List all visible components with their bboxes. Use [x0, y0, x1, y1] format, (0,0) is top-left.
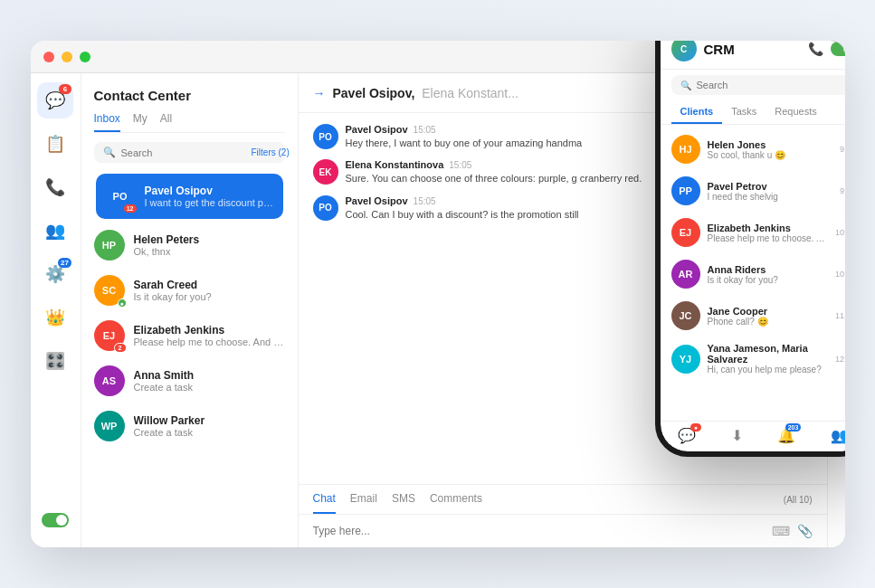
- tab-comments[interactable]: Comments: [430, 485, 482, 514]
- chat-input-area: ⌨ 📎: [299, 515, 827, 547]
- contact-item-willow-parker[interactable]: WP Willow Parker Create a task: [81, 403, 298, 449]
- phone-contact-jane-cooper[interactable]: JC Jane Cooper Phone call? 😊 11:07: [661, 295, 845, 337]
- contact-info-anna-smith: Anna Smith Create a task: [134, 369, 285, 393]
- phone-contact-info-helen-jones: Helen Jones So cool, thank u 😊: [708, 139, 832, 160]
- contact-info-elizabeth-jenkins: Elizabeth Jenkins Please help me to choo…: [134, 324, 285, 347]
- phone-avatar-helen-jones: HJ: [671, 135, 700, 164]
- phone-contact-time: 9:42: [840, 186, 845, 195]
- chat-arrow-icon: →: [313, 86, 326, 100]
- sidebar-item-chat[interactable]: 💬 6: [37, 82, 73, 119]
- sidebar-item-tasks[interactable]: 📋: [37, 126, 73, 162]
- sidebar-item-filters[interactable]: 🎛️: [37, 343, 73, 379]
- msg-time-2: 15:05: [449, 160, 471, 170]
- traffic-light-green[interactable]: [80, 52, 90, 62]
- contact-preview: Create a task: [134, 427, 285, 438]
- search-input[interactable]: [121, 147, 246, 158]
- phone-nav-notifications[interactable]: 🔔 203: [777, 427, 795, 444]
- chat-tab-count: (All 10): [784, 495, 813, 505]
- phone-contact-yana-jameson[interactable]: YJ Yana Jameson, Maria Salvarez Hi, can …: [661, 337, 845, 381]
- chat-contact-name1: Pavel Osipov,: [333, 86, 415, 100]
- phone-app-header: C CRM 📞: [661, 41, 845, 70]
- sidebar-item-crown[interactable]: 👑: [37, 299, 73, 336]
- msg-sender-2: Elena Konstantinova: [346, 159, 444, 170]
- msg-time-1: 15:05: [414, 125, 436, 135]
- contact-item-elizabeth-jenkins[interactable]: EJ 2 Elizabeth Jenkins Please help me to…: [81, 313, 298, 358]
- phone-bottom-nav: 💬 ● ⬇ 🔔 203 👥: [661, 421, 845, 451]
- badge-2: 2: [114, 343, 127, 353]
- phone-contact-pavel-petrov[interactable]: PP Pavel Petrov I need the shelvig 9:42: [661, 170, 845, 212]
- phone-contact-info-yana-jameson: Yana Jameson, Maria Salvarez Hi, can you…: [708, 343, 828, 375]
- tab-chat[interactable]: Chat: [313, 485, 336, 514]
- sidebar-item-calls[interactable]: 📞: [37, 169, 73, 205]
- phone-app-title: CRM: [704, 42, 808, 57]
- phone-nav-chat[interactable]: 💬 ●: [678, 427, 696, 444]
- sidebar-status-toggle[interactable]: [37, 502, 73, 538]
- chat-footer-tabs: Chat Email SMS Comments (All 10): [299, 485, 827, 515]
- contact-name: Elizabeth Jenkins: [134, 324, 285, 337]
- phone-contact-preview: Hi, can you help me please?: [708, 365, 828, 375]
- phone-contact-info-anna-riders: Anna Riders Is it okay for you?: [708, 264, 828, 285]
- contact-item-sarah-creed[interactable]: SC ● Sarah Creed Is it okay for you?: [81, 268, 298, 313]
- phone-tabs: Clients Tasks Requests: [661, 100, 845, 125]
- tab-sms[interactable]: SMS: [392, 485, 415, 514]
- translate-icon[interactable]: ⌨: [772, 524, 790, 538]
- contact-preview: I want to get the discount price. When d…: [145, 197, 274, 208]
- avatar-anna-smith: AS: [94, 365, 125, 396]
- phone-avatar-jane-cooper: JC: [671, 301, 700, 330]
- filters-button[interactable]: Filters (2): [252, 147, 290, 157]
- phone-contact-name: Helen Jones: [708, 139, 832, 150]
- msg-avatar-2: EK: [313, 159, 338, 185]
- browser-window: 💬 6 📋 📞 👥 ⚙️ 27 👑 🎛️: [31, 41, 845, 547]
- phone-contact-name: Elizabeth Jenkins: [708, 223, 828, 233]
- phone-avatar-yana-jameson: YJ: [671, 345, 700, 374]
- avatar-helen-peters: HP: [94, 230, 125, 261]
- phone-contact-preview: I need the shelvig: [708, 192, 832, 202]
- contact-search-box: 🔍 Filters (2): [94, 142, 285, 163]
- chat-input[interactable]: [313, 525, 765, 537]
- phone-avatar-elizabeth-jenkins: EJ: [671, 218, 700, 247]
- traffic-light-yellow[interactable]: [62, 52, 72, 62]
- tab-email[interactable]: Email: [350, 485, 377, 514]
- inbox-nav-icon: ⬇: [731, 427, 743, 444]
- phone-search-input[interactable]: [697, 80, 845, 90]
- phone-tab-clients[interactable]: Clients: [671, 100, 723, 124]
- traffic-light-red[interactable]: [43, 52, 54, 62]
- people-nav-icon: 👥: [831, 427, 844, 444]
- contact-preview: Please help me to choose. And do you del…: [134, 337, 285, 347]
- phone-contact-name: Jane Cooper: [708, 306, 828, 317]
- avatar-willow-parker: WP: [94, 411, 125, 441]
- phone-contact-info-pavel-petrov: Pavel Petrov I need the shelvig: [708, 181, 832, 202]
- tab-all[interactable]: All: [160, 112, 172, 132]
- contact-item-pavel-osipov[interactable]: PO 12 Pavel Osipov I want to get the dis…: [96, 174, 283, 219]
- contact-panel-header: Contact Center Inbox My All 🔍 Filters (2…: [81, 73, 298, 170]
- phone-contact-name: Pavel Petrov: [708, 181, 832, 192]
- phone-nav-contacts[interactable]: 👥: [831, 427, 844, 444]
- phone-avatar-anna-riders: AR: [671, 260, 700, 289]
- sidebar-item-settings[interactable]: ⚙️ 27: [37, 256, 73, 292]
- phone-search: 🔍: [671, 75, 845, 95]
- phone-tab-tasks[interactable]: Tasks: [722, 100, 766, 124]
- phone-contact-helen-jones[interactable]: HJ Helen Jones So cool, thank u 😊 9:41: [661, 128, 845, 170]
- phone-contact-elizabeth-jenkins[interactable]: EJ Elizabeth Jenkins Please help me to c…: [661, 212, 845, 253]
- contact-preview: Is it okay for you?: [134, 291, 285, 302]
- phone-contact-time: 10:15: [835, 228, 845, 237]
- chat-badge: 6: [59, 84, 71, 94]
- tab-my[interactable]: My: [133, 112, 147, 132]
- msg-sender-1: Pavel Osipov: [346, 124, 408, 135]
- phone-toggle[interactable]: [831, 42, 845, 56]
- phone-nav-inbox[interactable]: ⬇: [731, 427, 743, 444]
- tab-inbox[interactable]: Inbox: [94, 112, 120, 132]
- sidebar-item-contacts[interactable]: 👥: [37, 213, 73, 249]
- contact-name: Pavel Osipov: [145, 185, 274, 197]
- badge-12: 12: [123, 204, 138, 213]
- contact-item-helen-peters[interactable]: HP Helen Peters Ok, thnx: [81, 223, 298, 268]
- attachment-icon[interactable]: 📎: [797, 524, 813, 538]
- phone-overlay: 9:41 ▋▋▋ ▲ ▮ C CRM 📞 🔍: [655, 41, 845, 457]
- phone-contact-time: 10:31: [835, 270, 845, 279]
- phone-contact-anna-riders[interactable]: AR Anna Riders Is it okay for you? 10:31: [661, 253, 845, 295]
- notifications-badge: 203: [785, 423, 802, 432]
- contact-item-anna-smith[interactable]: AS Anna Smith Create a task: [81, 358, 298, 403]
- chat-contact-name2: Elena Konstant...: [422, 86, 518, 100]
- phone-call-icon[interactable]: 📞: [808, 42, 823, 56]
- phone-tab-requests[interactable]: Requests: [766, 100, 825, 124]
